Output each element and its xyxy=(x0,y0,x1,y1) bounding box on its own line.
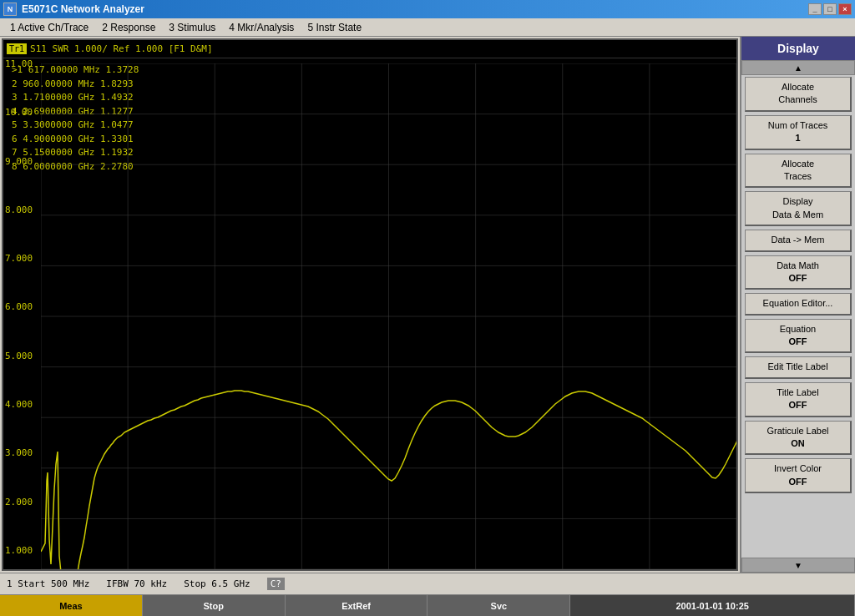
display-data-mem-button[interactable]: DisplayData & Mem xyxy=(745,191,852,226)
menu-mkr-analysis[interactable]: 4 Mkr/Analysis xyxy=(222,20,301,35)
svc-button[interactable]: Svc xyxy=(428,595,570,616)
y-label-8: 8.000 xyxy=(5,204,42,215)
chart-svg: 1 2 3 4 5 6 7 8 xyxy=(41,63,736,569)
title-bar: N E5071C Network Analyzer _ □ × xyxy=(0,0,855,18)
ifbw: IFBW 70 kHz xyxy=(106,578,167,589)
data-math-button[interactable]: Data MathOFF xyxy=(745,255,852,290)
y-label-1: 1.000 xyxy=(5,544,42,555)
edit-title-label-button[interactable]: Edit Title Label xyxy=(745,356,852,378)
menu-bar: 1 Active Ch/Trace 2 Response 3 Stimulus … xyxy=(0,18,855,37)
trace-label: Tr1 xyxy=(7,43,27,54)
func-bar: Meas Stop ExtRef Svc 2001-01-01 10:25 xyxy=(0,594,855,616)
y-label-5: 5.000 xyxy=(5,350,42,361)
y-label-2: 2.000 xyxy=(5,496,42,507)
stop-freq: Stop 6.5 GHz xyxy=(184,578,250,589)
y-label-11: 11.00 xyxy=(5,58,42,69)
equation-value: OFF xyxy=(747,336,848,348)
datetime-display: 2001-01-01 10:25 xyxy=(570,595,855,616)
y-label-10: 10.00 xyxy=(5,107,42,118)
y-label-3: 3.000 xyxy=(5,447,42,458)
scroll-down-button[interactable]: ▼ xyxy=(741,558,855,573)
menu-stimulus[interactable]: 3 Stimulus xyxy=(162,20,222,35)
y-label-4: 4.000 xyxy=(5,399,42,410)
invert-color-button[interactable]: Invert ColorOFF xyxy=(745,458,852,493)
main-content: Tr1 S11 SWR 1.000/ Ref 1.000 [F1 D&M] >1… xyxy=(0,37,855,573)
chart-area: Tr1 S11 SWR 1.000/ Ref 1.000 [F1 D&M] >1… xyxy=(2,38,738,571)
y-axis-container: 11.00 10.00 9.000 8.000 7.000 6.000 5.00… xyxy=(5,63,42,561)
title-label-value: OFF xyxy=(747,399,848,412)
window-controls[interactable]: _ □ × xyxy=(808,3,852,15)
equation-button[interactable]: EquationOFF xyxy=(745,319,852,354)
scroll-up-button[interactable]: ▲ xyxy=(741,60,855,75)
allocate-channels-button[interactable]: AllocateChannels xyxy=(745,77,852,112)
stop-button[interactable]: Stop xyxy=(143,595,286,616)
menu-response[interactable]: 2 Response xyxy=(95,20,162,35)
allocate-traces-button[interactable]: AllocateTraces xyxy=(745,154,852,189)
trace-info: S11 SWR 1.000/ Ref 1.000 [F1 D&M] xyxy=(30,43,213,54)
graticule-label-value: ON xyxy=(747,437,848,450)
num-of-traces-button[interactable]: Num of Traces1 xyxy=(745,115,852,150)
title-label-button[interactable]: Title LabelOFF xyxy=(745,382,852,417)
y-label-6: 6.000 xyxy=(5,301,42,312)
data-to-mem-button[interactable]: Data -> Mem xyxy=(745,230,852,251)
graticule-label-button[interactable]: Graticule LabelON xyxy=(745,421,852,456)
meas-button[interactable]: Meas xyxy=(0,595,143,616)
extref-button[interactable]: ExtRef xyxy=(286,595,428,616)
y-label-9: 9.000 xyxy=(5,155,42,166)
help-indicator[interactable]: C? xyxy=(267,578,285,590)
invert-color-value: OFF xyxy=(747,476,848,488)
menu-active-ch[interactable]: 1 Active Ch/Trace xyxy=(3,20,95,35)
maximize-button[interactable]: □ xyxy=(823,3,837,15)
status-bar: 1 Start 500 MHz IFBW 70 kHz Stop 6.5 GHz… xyxy=(0,573,855,594)
panel-title: Display xyxy=(741,37,855,60)
minimize-button[interactable]: _ xyxy=(808,3,822,15)
num-traces-value: 1 xyxy=(747,132,848,144)
app-icon: N xyxy=(3,3,17,16)
start-freq: 1 Start 500 MHz xyxy=(7,578,89,589)
right-panel: Display ▲ AllocateChannels Num of Traces… xyxy=(740,37,855,573)
y-label-7: 7.000 xyxy=(5,253,42,264)
app-title: E5071C Network Analyzer xyxy=(22,3,144,15)
data-math-value: OFF xyxy=(747,272,848,285)
equation-editor-button[interactable]: Equation Editor... xyxy=(745,293,852,315)
menu-instr-state[interactable]: 5 Instr State xyxy=(301,20,368,35)
trace-header: Tr1 S11 SWR 1.000/ Ref 1.000 [F1 D&M] xyxy=(3,40,736,58)
close-button[interactable]: × xyxy=(838,3,852,15)
